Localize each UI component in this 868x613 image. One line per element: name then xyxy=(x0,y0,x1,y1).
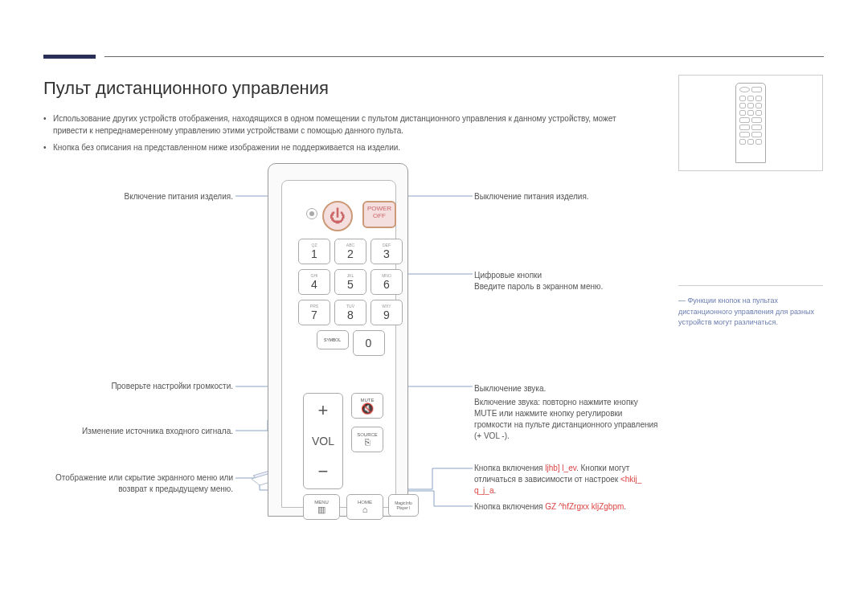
label-home-note: Кнопка включения GZ ^hfZrgxx kljZgbpm. xyxy=(474,501,663,513)
key-3: DEF3 xyxy=(371,239,403,264)
label-source: Изменение источника входного сигнала. xyxy=(40,426,233,437)
key-6: MNO6 xyxy=(371,269,403,295)
magicinfo-button: MagicInfo Player I xyxy=(388,494,419,517)
power-on-button: ⏻ xyxy=(322,201,353,231)
label-power-off: Выключение питания изделия. xyxy=(474,191,651,202)
key-1: QZ1 xyxy=(298,239,330,264)
key-symbol: SYMBOL xyxy=(317,330,349,349)
label-mute-title: Выключение звука. xyxy=(474,383,659,394)
key-2: ABC2 xyxy=(334,239,366,264)
key-4: GHI4 xyxy=(298,269,330,295)
label-magicinfo: Кнопка включения ljhb] l_ev. Кнопки могу… xyxy=(474,463,663,497)
home-button: HOME⌂ xyxy=(346,494,383,520)
label-power-on: Включение питания изделия. xyxy=(72,191,233,202)
bullet-1: Использование других устройств отображен… xyxy=(43,112,638,137)
menu-button: MENU▥ xyxy=(303,494,340,520)
label-volume: Проверьте настройки громкости. xyxy=(72,381,233,392)
remote-thumbnail xyxy=(678,75,823,171)
label-mute-desc: Включение звука: повторно нажмите кнопку… xyxy=(474,397,659,442)
label-menu: Отображение или скрытие экранного меню и… xyxy=(40,472,233,495)
label-numeric-title: Цифровые кнопки xyxy=(474,270,651,281)
remote-illustration: ⏻ POWER OFF QZ1 ABC2 DEF3 GHI4 JKL5 MNO6… xyxy=(268,163,408,517)
vol-minus-icon: − xyxy=(318,461,329,482)
power-off-button: POWER OFF xyxy=(362,201,396,228)
key-8: TUV8 xyxy=(334,300,366,325)
side-note: Функции кнопок на пультах дистанционного… xyxy=(678,296,823,329)
key-9: WXY9 xyxy=(371,300,403,325)
vol-plus-icon: + xyxy=(318,400,329,421)
key-7: PRS7 xyxy=(298,300,330,325)
numeric-keypad: QZ1 ABC2 DEF3 GHI4 JKL5 MNO6 PRS7 TUV8 W… xyxy=(298,239,403,361)
bullet-2: Кнопка без описания на представленном ни… xyxy=(43,141,638,153)
volume-rocker: + VOL − xyxy=(303,393,343,489)
label-numeric-desc: Введите пароль в экранном меню. xyxy=(474,281,651,292)
key-0: 0 xyxy=(353,330,385,356)
ir-led-icon xyxy=(306,208,317,219)
key-5: JKL5 xyxy=(334,269,366,295)
mute-button: MUTE🔇 xyxy=(351,393,383,419)
intro-bullets: Использование других устройств отображен… xyxy=(43,112,638,158)
page-title: Пульт дистанционного управления xyxy=(43,78,329,99)
source-button: SOURCE⎘ xyxy=(351,427,383,452)
